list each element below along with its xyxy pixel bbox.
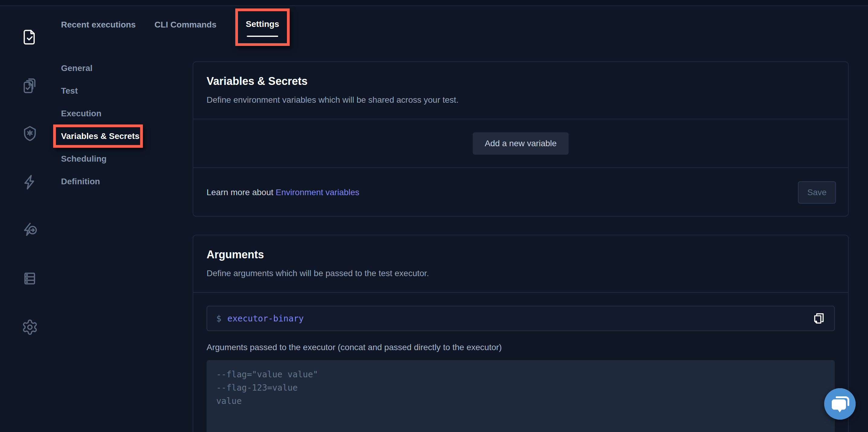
arguments-panel: Arguments Define arguments which will be… [193,235,849,432]
triggers-bolt-icon [22,174,38,191]
settings-sub-nav: General Test Execution Variables & Secre… [61,57,161,193]
command-prompt-symbol: $ [216,314,221,323]
annotation-box-settings-tab: Settings [235,8,290,46]
tab-bar: Recent executions CLI Commands Settings [61,0,290,46]
settings-nav-general[interactable]: General [61,57,161,80]
arguments-input-label: Arguments passed to the executor (concat… [207,343,835,352]
webhooks-bolt-arrow-icon [22,221,38,238]
variables-panel-title: Variables & Secrets [207,74,835,88]
variables-secrets-panel: Variables & Secrets Define environment v… [193,61,849,217]
arguments-panel-body: $ executor-binary Arguments passed to th… [193,292,848,432]
executors-shield-gear-icon [22,125,38,142]
active-tab-underline [247,36,278,37]
sidebar-item-tests[interactable] [22,29,38,45]
variables-panel-header: Variables & Secrets Define environment v… [193,62,848,119]
settings-nav-definition[interactable]: Definition [61,170,161,193]
sidebar-item-executors[interactable] [22,125,38,142]
sidebar-item-settings[interactable] [22,319,38,336]
sidebar-item-sources[interactable] [22,270,38,287]
tests-file-check-icon [22,29,38,45]
settings-gear-icon [22,319,38,336]
tab-settings[interactable]: Settings [246,19,279,37]
arguments-input[interactable] [207,360,835,432]
settings-nav-test[interactable]: Test [61,80,161,102]
tab-settings-label: Settings [246,19,279,29]
save-button[interactable]: Save [798,181,836,204]
sources-server-icon [22,270,38,287]
variables-panel-body: Add a new variable [193,119,848,168]
environment-variables-link[interactable]: Environment variables [276,188,360,197]
variables-panel-description: Define environment variables which will … [207,95,835,105]
arguments-panel-header: Arguments Define arguments which will be… [193,235,848,292]
settings-nav-scheduling[interactable]: Scheduling [61,147,161,170]
executor-command-box: $ executor-binary [207,306,835,331]
executor-command-text: executor-binary [227,314,304,323]
settings-nav-variables-secrets[interactable]: Variables & Secrets [53,124,143,148]
learn-more-prefix: Learn more about [207,188,276,197]
tab-cli-commands[interactable]: CLI Commands [154,20,216,30]
sidebar-item-triggers[interactable] [22,174,38,191]
variables-panel-footer: Learn more about Environment variables S… [193,168,848,217]
test-suites-files-icon [22,78,38,94]
chat-launcher-button[interactable] [824,388,856,420]
sidebar-item-test-suites[interactable] [22,78,38,94]
add-variable-button[interactable]: Add a new variable [473,132,569,155]
sidebar-item-webhooks[interactable] [22,221,38,238]
chat-bubble-icon [824,388,856,420]
copy-icon [812,322,826,326]
tab-recent-executions[interactable]: Recent executions [61,20,135,30]
copy-command-button[interactable] [811,310,827,327]
learn-more-text: Learn more about Environment variables [207,188,360,197]
arguments-panel-description: Define arguments which will be passed to… [207,268,835,279]
settings-nav-execution[interactable]: Execution [61,102,161,125]
arguments-panel-title: Arguments [207,248,835,261]
